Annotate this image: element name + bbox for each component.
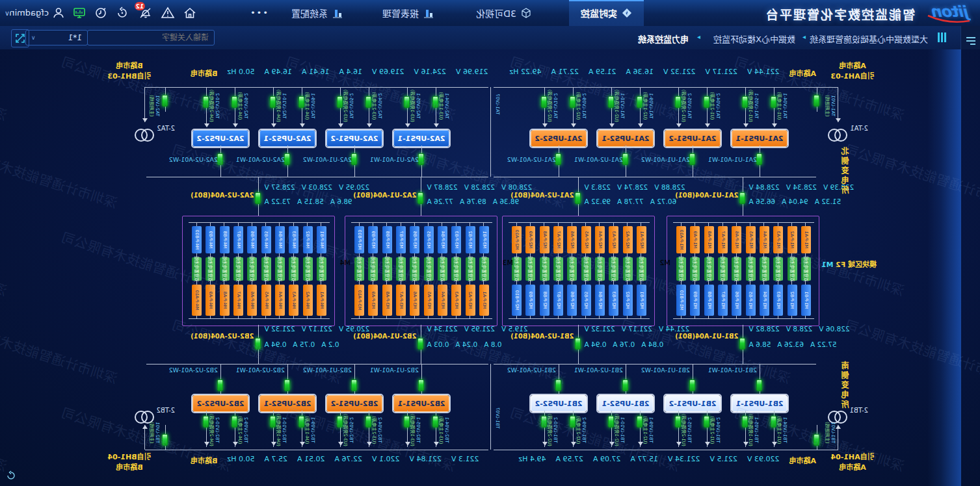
battery-module[interactable]: M2-P-A5 xyxy=(581,226,591,253)
battery-module[interactable]: 双登蓄电池组 xyxy=(303,257,313,281)
battery-module[interactable]: 双登蓄电池组 xyxy=(746,257,756,281)
refresh-small-icon[interactable] xyxy=(5,470,16,482)
battery-module[interactable]: 双登蓄电池组 xyxy=(718,257,728,281)
battery-module[interactable]: M2-P-A8 xyxy=(540,226,550,253)
battery-module[interactable]: M4-P-A8 xyxy=(220,285,230,316)
battery-module[interactable]: 双登蓄电池组 xyxy=(396,257,406,281)
battery-module[interactable]: M2-P-B3 xyxy=(609,285,618,316)
battery-module[interactable]: 双登蓄电池组 xyxy=(760,257,769,281)
battery-module[interactable]: M2-P-B9 xyxy=(526,285,536,316)
alert-icon[interactable] xyxy=(161,6,175,20)
tab-3d-view[interactable]: 3D可视化 xyxy=(464,0,543,26)
battery-module[interactable]: M1-P-B5 xyxy=(746,285,756,316)
battery-module[interactable]: 双登蓄电池组 xyxy=(526,257,536,281)
battery-module[interactable]: M2-P-B1 xyxy=(637,285,646,316)
battery-module[interactable]: M4-P-B1 xyxy=(317,226,326,253)
battery-module[interactable]: M3-P-B6 xyxy=(410,226,419,253)
current-user[interactable]: cfgadmin xyxy=(9,8,49,18)
battery-module[interactable]: M4-P-A5 xyxy=(261,285,271,316)
battery-module[interactable]: M1-P-B1 xyxy=(801,285,811,316)
battery-module[interactable]: M1-P-A8 xyxy=(704,226,714,253)
battery-module[interactable]: 双登蓄电池组 xyxy=(206,257,216,281)
battery-module[interactable]: 双登蓄电池组 xyxy=(609,257,618,281)
battery-module[interactable]: M3-P-A3 xyxy=(451,285,461,316)
battery-module[interactable]: 双登蓄电池组 xyxy=(540,257,550,281)
battery-module[interactable]: M4-P-B5 xyxy=(261,226,271,253)
home-icon[interactable] xyxy=(183,6,197,20)
battery-module[interactable]: M2-P-A9 xyxy=(526,226,536,253)
battery-module[interactable]: 双登蓄电池组 xyxy=(704,257,714,281)
bell-muted-icon[interactable]: 12 xyxy=(139,6,153,20)
battery-module[interactable]: 双登蓄电池组 xyxy=(553,257,563,281)
battery-module[interactable]: M3-P-A5 xyxy=(424,285,434,316)
battery-module[interactable]: M4-P-A1 xyxy=(317,285,326,316)
battery-module[interactable]: M1-P-B10 xyxy=(676,285,686,316)
user-icon[interactable] xyxy=(51,6,66,20)
battery-module[interactable]: M4-P-A7 xyxy=(233,285,243,316)
battery-module[interactable]: 双登蓄电池组 xyxy=(637,257,646,281)
battery-module[interactable]: 双登蓄电池组 xyxy=(595,257,605,281)
refresh-icon[interactable] xyxy=(115,6,129,20)
more-tabs-button[interactable]: ••• xyxy=(249,8,268,18)
battery-module[interactable]: M1-P-A5 xyxy=(746,226,756,253)
battery-module[interactable]: M3-P-A1 xyxy=(479,285,489,316)
battery-module[interactable]: M4-P-A6 xyxy=(247,285,257,316)
tab-system-config[interactable]: 系统配置 xyxy=(280,0,354,26)
battery-module[interactable]: 双登蓄电池组 xyxy=(382,257,392,281)
battery-module[interactable]: M4-P-B10 xyxy=(192,226,202,253)
battery-module[interactable]: 双登蓄电池组 xyxy=(479,257,489,281)
battery-module[interactable]: M3-P-A4 xyxy=(438,285,447,316)
battery-module[interactable]: M2-P-A7 xyxy=(553,226,563,253)
battery-module[interactable]: M3-P-B5 xyxy=(424,226,434,253)
battery-module[interactable]: M4-P-A2 xyxy=(303,285,313,316)
ups-box[interactable]: 2A2-UPS1-1 xyxy=(393,130,449,147)
battery-module[interactable]: 双登蓄电池组 xyxy=(220,257,230,281)
battery-module[interactable]: M1-P-B2 xyxy=(788,285,797,316)
battery-module[interactable]: M4-P-B8 xyxy=(220,226,230,253)
battery-module[interactable]: M4-P-A10 xyxy=(192,285,202,316)
battery-module[interactable]: M3-P-A7 xyxy=(396,285,406,316)
battery-module[interactable]: M4-P-B7 xyxy=(233,226,243,253)
battery-module[interactable]: M3-P-B10 xyxy=(354,226,364,253)
battery-module[interactable]: M2-P-A10 xyxy=(512,226,522,253)
battery-module[interactable]: M1-P-A1 xyxy=(801,226,811,253)
tab-realtime-monitor[interactable]: 实时监控 xyxy=(569,0,644,26)
battery-module[interactable]: 双登蓄电池组 xyxy=(512,257,522,281)
battery-module[interactable]: M2-P-B10 xyxy=(512,285,522,316)
battery-module[interactable]: M4-P-B6 xyxy=(247,226,257,253)
search-input[interactable] xyxy=(87,30,215,45)
battery-module[interactable]: 双登蓄电池组 xyxy=(623,257,633,281)
battery-module[interactable]: M1-P-A10 xyxy=(676,226,686,253)
battery-module[interactable]: 双登蓄电池组 xyxy=(438,257,447,281)
battery-module[interactable]: 双登蓄电池组 xyxy=(261,257,271,281)
ups-box[interactable]: 2A2-UPS1-2 xyxy=(326,130,382,147)
battery-module[interactable]: 双登蓄电池组 xyxy=(192,257,202,281)
ups-box[interactable]: 2A1-UPS1-2 xyxy=(665,130,721,147)
pipes-icon[interactable] xyxy=(938,32,946,42)
chevron-down-icon[interactable]: ∨ xyxy=(5,9,10,18)
ups-box[interactable]: 2A1-UPS2-1 xyxy=(598,130,654,147)
battery-module[interactable]: M1-P-A6 xyxy=(732,226,741,253)
battery-module[interactable]: M1-P-A4 xyxy=(760,226,769,253)
battery-module[interactable]: M3-P-B9 xyxy=(369,226,378,253)
battery-module[interactable]: 双登蓄电池组 xyxy=(788,257,797,281)
battery-module[interactable]: 双登蓄电池组 xyxy=(369,257,378,281)
battery-module[interactable]: M2-P-B7 xyxy=(553,285,563,316)
battery-module[interactable]: M2-P-B2 xyxy=(623,285,633,316)
battery-module[interactable]: M4-P-A9 xyxy=(206,285,216,316)
battery-module[interactable]: M4-P-B3 xyxy=(289,226,298,253)
ups-box[interactable]: 2A1-UPS2-2 xyxy=(531,130,587,147)
battery-module[interactable]: 双登蓄电池组 xyxy=(581,257,591,281)
battery-module[interactable]: M4-P-A3 xyxy=(289,285,298,316)
battery-module[interactable]: M1-P-A2 xyxy=(788,226,797,253)
battery-module[interactable]: M1-P-B8 xyxy=(704,285,714,316)
battery-module[interactable]: 双登蓄电池组 xyxy=(410,257,419,281)
battery-module[interactable]: M1-P-A3 xyxy=(773,226,783,253)
battery-module[interactable]: 双登蓄电池组 xyxy=(801,257,811,281)
ups-box[interactable]: 2A2-UPS2-2 xyxy=(192,130,248,147)
battery-module[interactable]: M4-P-B9 xyxy=(206,226,216,253)
battery-module[interactable]: M4-P-A4 xyxy=(275,285,285,316)
battery-module[interactable]: M1-P-B7 xyxy=(718,285,728,316)
ups-box[interactable]: 2A2-UPS2-1 xyxy=(259,130,315,147)
battery-module[interactable]: M3-P-A6 xyxy=(410,285,419,316)
